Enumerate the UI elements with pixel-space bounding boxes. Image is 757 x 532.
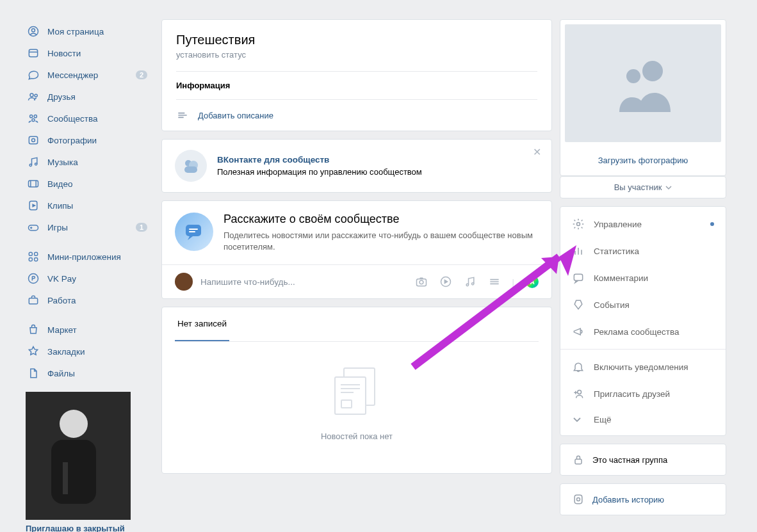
more-icon[interactable]	[488, 275, 501, 288]
nav-label: Видео	[47, 179, 72, 189]
svg-rect-41	[575, 459, 582, 464]
menu-label: Включить уведомления	[594, 362, 688, 372]
manage-menu-card: Управление Статистика Комментарии Событи…	[560, 206, 726, 436]
tell-subtitle: Поделитесь новостями или расскажите что-…	[224, 226, 539, 253]
feed-tabs: Нет записей	[175, 307, 539, 342]
sidebar-ad[interactable]: Приглашаю в закрытый	[26, 392, 131, 532]
play-icon[interactable]	[439, 275, 452, 288]
menu-ads[interactable]: Реклама сообщества	[560, 318, 726, 345]
nav-files[interactable]: Файлы	[26, 362, 154, 384]
menu-stats[interactable]: Статистика	[560, 238, 726, 264]
nav-label: Фотографии	[47, 136, 97, 145]
svg-point-32	[419, 280, 423, 284]
set-status-link[interactable]: установить статус	[176, 47, 537, 71]
menu-label: Пригласить друзей	[594, 389, 670, 399]
badge: 2	[136, 70, 147, 79]
ai-poster-icon[interactable]: A	[526, 275, 539, 288]
svg-point-4	[35, 94, 37, 97]
menu-notifications[interactable]: Включить уведомления	[560, 353, 726, 380]
info-section-title: Информация	[176, 71, 537, 99]
svg-rect-8	[29, 136, 37, 144]
nav-news[interactable]: Новости	[26, 42, 154, 64]
community-header-card: Путешествия установить статус Информация…	[161, 19, 552, 131]
nav-clips[interactable]: Клипы	[26, 195, 154, 216]
menu-label: Управление	[594, 220, 642, 229]
composer-avatar	[175, 273, 193, 291]
svg-point-34	[466, 284, 468, 286]
svg-rect-42	[574, 495, 582, 503]
nav-friends[interactable]: Друзья	[26, 86, 154, 108]
svg-rect-23	[51, 440, 96, 504]
svg-rect-16	[35, 252, 38, 255]
menu-more[interactable]: Ещё	[560, 407, 726, 431]
menu-events[interactable]: События	[560, 291, 726, 318]
svg-point-5	[30, 115, 33, 118]
menu-label: Реклама сообщества	[594, 327, 679, 337]
svg-rect-28	[186, 225, 201, 236]
add-story-card[interactable]: Добавить историю	[560, 483, 726, 515]
nav-market[interactable]: Маркет	[26, 319, 154, 341]
nav-photos[interactable]: Фотографии	[26, 129, 154, 151]
nav-bookmarks[interactable]: Закладки	[26, 341, 154, 362]
page-title: Путешествия	[176, 33, 537, 47]
menu-invite[interactable]: Пригласить друзей	[560, 380, 726, 407]
nav-games[interactable]: Игры1	[26, 216, 154, 238]
bookmark-icon	[27, 345, 40, 358]
svg-point-36	[642, 61, 663, 81]
svg-point-10	[29, 164, 31, 166]
tab-no-posts[interactable]: Нет записей	[175, 307, 229, 341]
upload-photo-link[interactable]: Загрузить фотографию	[560, 147, 726, 165]
nav-video[interactable]: Видео	[26, 173, 154, 195]
chevron-down-icon	[572, 414, 585, 424]
photo-icon	[27, 134, 40, 147]
vk-communities-promo[interactable]: ВКонтакте для сообществ Полезная информа…	[161, 139, 552, 193]
pay-icon	[27, 272, 40, 285]
member-status-button[interactable]: Вы участник	[560, 176, 726, 198]
chevron-down-icon	[665, 184, 672, 191]
ad-image	[26, 392, 131, 520]
nav-work[interactable]: Работа	[26, 289, 154, 311]
nav-messenger[interactable]: Мессенджер2	[26, 64, 154, 86]
events-icon	[572, 298, 585, 311]
composer-input[interactable]: Напишите что-нибудь...	[200, 277, 407, 287]
friends-icon	[27, 90, 40, 103]
right-sidebar: Загрузить фотографию Вы участник Управле…	[560, 0, 726, 532]
svg-point-7	[32, 118, 35, 121]
svg-rect-20	[29, 298, 37, 304]
nav-label: Музыка	[47, 157, 78, 167]
nav-communities[interactable]: Сообщества	[26, 108, 154, 129]
menu-label: Ещё	[594, 415, 612, 424]
games-icon	[27, 221, 40, 234]
music-note-icon[interactable]	[464, 275, 476, 288]
ad-caption: Приглашаю в закрытый	[26, 520, 131, 532]
comment-icon	[572, 271, 585, 284]
avatar-placeholder[interactable]	[565, 24, 721, 142]
files-icon	[27, 367, 40, 380]
close-icon[interactable]: ✕	[533, 146, 541, 158]
nav-label: Закладки	[47, 347, 85, 357]
menu-comments[interactable]: Комментарии	[560, 264, 726, 291]
svg-rect-2	[29, 49, 37, 57]
svg-rect-30	[189, 231, 195, 232]
camera-icon[interactable]	[415, 275, 428, 288]
nav-label: Моя страница	[47, 27, 104, 36]
menu-manage[interactable]: Управление	[560, 211, 726, 238]
empty-text: Новостей пока нет	[175, 431, 539, 441]
nav-my-page[interactable]: Моя страница	[26, 20, 154, 42]
nav-vkpay[interactable]: VK Pay	[26, 268, 154, 289]
list-icon	[176, 109, 189, 122]
svg-rect-27	[184, 166, 197, 173]
nav-label: Друзья	[47, 92, 76, 102]
post-composer[interactable]: Напишите что-нибудь... | A	[162, 264, 551, 298]
nav-music[interactable]: Музыка	[26, 151, 154, 173]
work-icon	[27, 294, 40, 307]
nav-miniapps[interactable]: Мини-приложения	[26, 246, 154, 268]
notification-dot	[710, 222, 714, 226]
tell-title: Расскажите о своём сообществе	[224, 213, 539, 226]
chat-icon	[27, 69, 40, 81]
nav-label: VK Pay	[47, 274, 76, 284]
add-description-link[interactable]: Добавить описание	[176, 99, 537, 131]
community-icon	[27, 112, 40, 125]
svg-point-40	[578, 391, 582, 394]
nav-label: Новости	[47, 49, 81, 58]
